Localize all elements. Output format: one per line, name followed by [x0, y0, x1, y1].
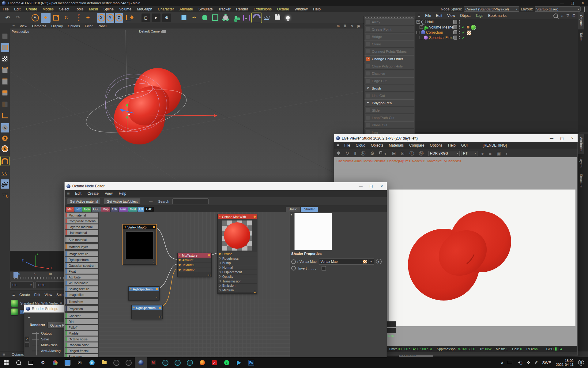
task-view-button[interactable]	[24, 357, 37, 368]
node-category-tab[interactable]: Oth	[111, 207, 119, 212]
octane-standalone-icon[interactable]	[110, 357, 123, 368]
material-type-item[interactable]: Image texture	[65, 251, 98, 256]
render-view-button[interactable]: ▢	[141, 13, 151, 23]
output-port[interactable]	[254, 216, 256, 218]
material-type-item[interactable]: Octane noise	[65, 336, 98, 342]
maximize-button[interactable]: ▢	[567, 1, 578, 5]
volume-builder-button[interactable]	[210, 13, 220, 23]
camera-snapshot-icon[interactable]: ▣	[496, 151, 501, 156]
command-item[interactable]: Loop/Path Cut	[364, 114, 414, 121]
lv-menu-item[interactable]: File	[344, 143, 350, 148]
frame-start-field[interactable]: 0 F ▴▾	[10, 282, 34, 288]
enabled-check-icon[interactable]: ✓	[462, 30, 465, 35]
blue-window-app-icon[interactable]	[61, 357, 74, 368]
command-item[interactable]: Line Cut	[364, 92, 414, 99]
viewport-menu-item[interactable]: View	[20, 24, 27, 28]
hamburger-icon[interactable]: ≡	[12, 292, 15, 297]
material-type-item[interactable]: Sine wave	[65, 354, 98, 357]
input-port[interactable]	[179, 264, 181, 266]
expand-icon[interactable]: +	[420, 25, 423, 29]
drag-grip[interactable]	[365, 17, 413, 18]
render-settings-button[interactable]: ⚙	[162, 13, 172, 23]
volume-icon[interactable]: ))	[517, 360, 522, 365]
node-category-tab[interactable]: Med	[128, 207, 137, 212]
close-button[interactable]: ×	[376, 184, 387, 189]
file-explorer-icon[interactable]	[98, 357, 110, 368]
hamburger-icon[interactable]: ≡	[418, 13, 420, 18]
rgb-spectrum-node-1[interactable]: ▼ RgbSpectrum	[128, 286, 160, 301]
viewport-menu-item[interactable]: Cameras	[32, 24, 47, 28]
command-item[interactable]: Bridge	[364, 33, 414, 40]
vertex-map-node[interactable]: ▼ Vertex Map(b	[123, 224, 156, 265]
layer-box[interactable]	[453, 25, 457, 29]
layer-box[interactable]	[453, 20, 457, 24]
render-to-picture-viewer-button[interactable]: ▶	[151, 13, 161, 23]
region-render-icon[interactable]: Ⓡ	[361, 151, 365, 156]
material-type-item[interactable]: Ridged fractal	[65, 348, 98, 353]
camera-label[interactable]: Default Camera	[139, 29, 163, 33]
object-row-volume-mesher[interactable]: + Volume Mesher ✓	[415, 25, 579, 30]
viewport-pan-icon[interactable]: ⊕	[337, 24, 340, 28]
menu-item[interactable]: Octane	[277, 7, 289, 11]
workplane-refresh-icon[interactable]: ↻	[1, 190, 9, 199]
colorspace-select[interactable]: HDR sRGB▾	[428, 151, 460, 156]
command-item[interactable]: Clone	[364, 40, 414, 48]
output-port[interactable]	[156, 288, 158, 290]
viewer-app-icon[interactable]	[172, 357, 184, 368]
output-port[interactable]	[159, 307, 161, 309]
node-input-row[interactable]: Amount	[178, 258, 211, 263]
move-tool[interactable]: +	[41, 13, 51, 23]
windows-ink-icon[interactable]: ✐	[534, 360, 538, 365]
viewport-menu-item[interactable]: Filter	[85, 24, 93, 28]
object-view-icon[interactable]: ⊡	[401, 151, 405, 156]
maximize-button[interactable]: ▢	[366, 184, 376, 188]
filter-icon[interactable]: ▽	[567, 13, 569, 18]
field-object-button[interactable]	[221, 13, 230, 23]
clock[interactable]: 18:02 2021-04-11	[556, 359, 574, 367]
add-icon[interactable]: ⊞	[572, 13, 575, 18]
material-type-item[interactable]: Image tiles	[65, 292, 98, 297]
material-type-item[interactable]: Hair material	[65, 230, 98, 235]
tab-structure[interactable]: Structure	[578, 171, 584, 191]
z-axis-lock-button[interactable]: Z	[115, 13, 123, 23]
command-item[interactable]: Plane Cut	[364, 121, 414, 128]
object-row-null[interactable]: − Null	[415, 19, 579, 25]
view-label[interactable]: Perspective	[12, 30, 29, 33]
scale-tool[interactable]	[51, 13, 61, 23]
material-type-item[interactable]: Mix material	[65, 213, 98, 218]
ne-menu-item[interactable]: Create	[88, 191, 99, 196]
node-input-row[interactable]: Texture1	[178, 263, 211, 267]
input-port[interactable]	[179, 269, 181, 271]
edge-mode-icon[interactable]	[1, 77, 9, 86]
settings-gear-icon[interactable]: ⚙	[370, 151, 374, 156]
layer-box[interactable]	[453, 36, 457, 40]
animation-dot-icon[interactable]	[291, 266, 296, 270]
minimize-button[interactable]: —	[557, 1, 567, 5]
menu-item[interactable]: Window	[295, 7, 308, 11]
input-port[interactable]	[219, 271, 221, 273]
visibility-dots[interactable]	[459, 25, 460, 29]
material-type-item[interactable]: Dirt	[65, 319, 98, 324]
hamburger-icon[interactable]: ≡	[337, 143, 339, 148]
menu-item[interactable]: Create	[26, 7, 37, 11]
input-port[interactable]	[179, 259, 181, 261]
resize-grip[interactable]	[159, 316, 162, 318]
hamburger-icon[interactable]: ≡	[28, 314, 30, 319]
material-picker-icon[interactable]: Ⓜ	[419, 151, 424, 156]
menu-item[interactable]: Character	[158, 7, 174, 11]
firefox-icon[interactable]	[196, 357, 208, 368]
input-port[interactable]	[219, 275, 221, 278]
node-input-row[interactable]: Medium	[218, 288, 257, 293]
material-menu-item[interactable]: Create	[19, 293, 30, 297]
restart-render-icon[interactable]: ✱	[337, 151, 341, 156]
psr-tool[interactable]: PSR	[75, 13, 82, 23]
hamburger-icon[interactable]: ≡	[2, 352, 5, 357]
snap-enable-icon[interactable]: S	[1, 134, 9, 143]
lv-menu-item[interactable]: GUI	[461, 143, 468, 148]
viewer-app-icon[interactable]	[159, 357, 172, 368]
redo-button[interactable]: ↷	[13, 13, 23, 23]
material-type-item[interactable]: Projection	[65, 306, 98, 311]
material-menu-item[interactable]: Edit	[34, 293, 40, 297]
dropbox-icon[interactable]: ❖	[527, 360, 530, 365]
deformer-button[interactable]: →	[241, 13, 251, 23]
